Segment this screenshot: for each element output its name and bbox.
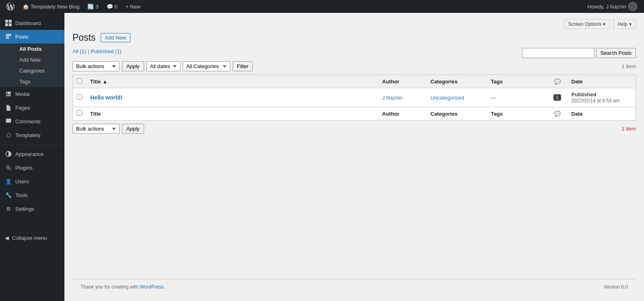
admin-bar-wp-logo[interactable]: [3, 0, 18, 13]
th-comments: 💬: [547, 75, 568, 88]
bulk-actions-select-bottom[interactable]: Bulk actions Edit Move to Trash: [72, 124, 120, 134]
admin-bar-comments[interactable]: 💬 0: [103, 0, 121, 13]
filter-links: All (1) | Published (1): [72, 48, 122, 54]
svg-rect-1: [9, 20, 12, 23]
bulk-actions-select-top[interactable]: Bulk actions Edit Move to Trash: [72, 61, 120, 71]
pages-icon: [5, 104, 12, 111]
sidebar-item-appearance[interactable]: Appearance: [0, 147, 64, 161]
post-author-link[interactable]: J.Naznin: [382, 95, 403, 101]
admin-bar-new[interactable]: + New: [122, 0, 144, 13]
th-tags: Tags: [487, 75, 547, 88]
sidebar-collapse-label: Collapse menu: [12, 235, 47, 241]
all-dates-select[interactable]: All dates: [147, 61, 180, 71]
sidebar-item-users-label: Users: [15, 179, 29, 185]
top-bar: Screen Options ▾ Help ▾: [72, 19, 636, 29]
row-tags-cell: —: [487, 88, 547, 107]
filter-published[interactable]: Published (1): [91, 48, 122, 54]
comments-icon: [5, 118, 12, 125]
comment-bubble[interactable]: 1: [553, 94, 561, 101]
all-categories-select[interactable]: All Categories Uncategorized: [183, 61, 230, 71]
search-posts-button[interactable]: Search Posts: [596, 48, 636, 58]
collapse-arrow-icon: ◀: [5, 235, 9, 241]
filter-published-count: (1): [115, 48, 122, 54]
tf-date: Date: [568, 107, 636, 120]
filter-row-top: Bulk actions Edit Move to Trash Apply Al…: [72, 61, 636, 71]
wordpress-link[interactable]: WordPress: [140, 284, 163, 290]
comment-count: 1: [556, 95, 558, 100]
table-row: Hello world! J.Naznin Uncategorized — 1: [73, 88, 636, 107]
sidebar-collapse[interactable]: ◀ Collapse menu: [0, 232, 64, 244]
screen-options-button[interactable]: Screen Options ▾: [564, 19, 610, 29]
apply-button-top[interactable]: Apply: [122, 61, 144, 71]
sidebar-item-tools[interactable]: 🔧 Tools: [0, 188, 64, 202]
screen-options-label: Screen Options: [568, 21, 602, 27]
sidebar-item-comments[interactable]: Comments: [0, 114, 64, 128]
sidebar-sub-tags[interactable]: Tags: [14, 76, 64, 87]
tf-tags: Tags: [487, 107, 547, 120]
admin-bar-comment-count: 0: [115, 4, 118, 10]
sidebar-item-dashboard[interactable]: Dashboard: [0, 16, 64, 30]
sidebar-item-plugins[interactable]: 🔌 Plugins: [0, 161, 64, 174]
apply-button-bottom[interactable]: Apply: [122, 124, 144, 134]
th-date: Date: [568, 75, 636, 88]
main-content: Screen Options ▾ Help ▾ Posts Add New Al…: [64, 13, 644, 301]
admin-bar-new-label: + New: [126, 4, 140, 10]
sidebar-item-tools-label: Tools: [15, 192, 27, 198]
sidebar-item-plugins-label: Plugins: [15, 165, 33, 171]
comments-header-icon: 💬: [554, 79, 561, 85]
post-date: 2022/02/14 at 8:54 am: [572, 98, 620, 104]
search-input[interactable]: [522, 48, 594, 58]
th-title[interactable]: Title ▲: [86, 75, 378, 88]
admin-bar-site[interactable]: 🏠 Templately New Blog: [19, 0, 83, 13]
admin-bar-howdy-text: Howdy, J.Naznin: [587, 4, 626, 10]
sidebar-item-media-label: Media: [15, 91, 29, 97]
help-button[interactable]: Help ▾: [613, 19, 636, 29]
sidebar-sub-add-new[interactable]: Add New: [14, 54, 64, 65]
dashboard-icon: [5, 19, 12, 27]
sidebar-item-posts[interactable]: Posts: [0, 30, 64, 44]
page-title: Posts: [72, 32, 96, 43]
svg-rect-2: [5, 23, 8, 26]
sidebar-item-media[interactable]: Media: [0, 87, 64, 101]
tf-comments: 💬: [547, 107, 568, 120]
sidebar-item-pages[interactable]: Pages: [0, 101, 64, 114]
help-label: Help: [617, 21, 627, 27]
th-author: Author: [378, 75, 427, 88]
post-title-link[interactable]: Hello world!: [90, 94, 122, 101]
admin-bar-howdy[interactable]: Howdy, J.Naznin: [584, 0, 641, 13]
sidebar-sub-categories[interactable]: Categories: [14, 65, 64, 76]
select-all-checkbox[interactable]: [77, 78, 82, 83]
appearance-icon: [5, 150, 12, 158]
select-all-footer-checkbox[interactable]: [77, 110, 82, 116]
sidebar-item-templately[interactable]: ⬡ Templately: [0, 128, 64, 142]
post-category-link[interactable]: Uncategorized: [431, 95, 464, 101]
sidebar-item-settings[interactable]: ⚙ Settings: [0, 202, 64, 216]
sidebar-item-templately-label: Templately: [15, 132, 40, 138]
media-icon: [5, 90, 12, 98]
admin-bar-update-count: 3: [95, 4, 98, 10]
add-new-button[interactable]: Add New: [101, 33, 131, 42]
admin-bar-updates[interactable]: 🔄 3: [84, 0, 101, 13]
sidebar-sub-all-posts[interactable]: All Posts: [14, 44, 64, 54]
svg-point-4: [7, 92, 8, 93]
footer: Thank you for creating with WordPress. V…: [72, 279, 636, 295]
users-icon: 👤: [5, 178, 12, 185]
sidebar: Dashboard Posts All Posts Add New Catego…: [0, 13, 64, 301]
row-checkbox[interactable]: [77, 94, 82, 100]
filter-all[interactable]: All (1): [72, 48, 86, 54]
th-categories: Categories: [427, 75, 487, 88]
filter-button[interactable]: Filter: [233, 61, 253, 71]
settings-icon: ⚙: [5, 205, 12, 212]
row-categories-cell: Uncategorized: [427, 88, 487, 107]
plugins-icon: 🔌: [5, 164, 12, 171]
admin-bar-home-icon: 🏠: [23, 4, 29, 10]
sidebar-item-posts-label: Posts: [15, 34, 29, 40]
templately-icon: ⬡: [5, 131, 12, 139]
sort-arrow-icon: ▲: [103, 79, 108, 85]
admin-bar-updates-icon: 🔄: [87, 4, 94, 10]
tf-author: Author: [378, 107, 427, 120]
sidebar-item-users[interactable]: 👤 Users: [0, 174, 64, 188]
item-count-bottom: 1 item: [622, 126, 636, 132]
row-title-cell: Hello world!: [86, 88, 378, 107]
sidebar-item-settings-label: Settings: [15, 206, 34, 212]
